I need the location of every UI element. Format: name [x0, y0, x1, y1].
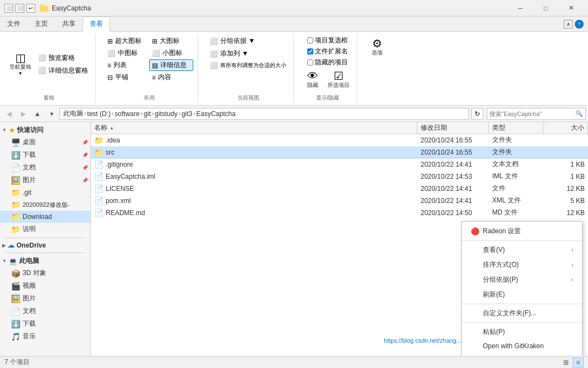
search-bar[interactable]: 🔍 — [487, 108, 586, 120]
folder-icon-src: 📁 — [94, 148, 104, 157]
sidebar-item-git[interactable]: 📁 .git — [0, 186, 90, 199]
sidebar-item-documents[interactable]: 📄 文档 📌 — [0, 161, 90, 174]
sidebar-download-label: Download — [23, 213, 52, 221]
download-folder-icon: 📁 — [11, 212, 20, 221]
col-header-size[interactable]: 大小 — [544, 122, 588, 134]
sidebar-item-3d[interactable]: 📦 3D 对象 — [0, 267, 90, 279]
ribbon-btn-small[interactable]: ⬜小图标 — [149, 47, 193, 59]
ribbon-btn-details-pane[interactable]: ⬜ 详细信息窗格 — [35, 65, 91, 76]
close-button[interactable]: ✕ — [558, 0, 584, 17]
file-size-gitignore: 1 KB — [544, 161, 588, 168]
ribbon-btn-large[interactable]: ⊞大图标 — [149, 35, 193, 47]
help-button[interactable]: ? — [575, 20, 584, 29]
sidebar-item-pc-pictures[interactable]: 🖼️ 图片 — [0, 292, 90, 305]
col-header-date[interactable]: 修改日期 — [417, 122, 489, 134]
pc-pictures-icon: 🖼️ — [11, 294, 20, 303]
file-row-pomxml[interactable]: 📄 pom.xml 2020/10/22 14:41 XML 文件 5 KB — [91, 195, 588, 207]
col-header-type[interactable]: 类型 — [489, 122, 544, 134]
expand-icon: ▼ — [2, 128, 7, 133]
sidebar-item-music[interactable]: 🎵 音乐 — [0, 330, 90, 343]
ribbon-btn-hide[interactable]: 👁 隐藏 — [303, 69, 323, 91]
file-date-pomxml: 2020/10/22 14:41 — [417, 197, 489, 205]
recent-locations-button[interactable]: ▾ — [45, 107, 58, 120]
ctx-item-paste[interactable]: 粘贴(P) — [462, 325, 582, 339]
ribbon-collapse-btn[interactable]: ∧ — [564, 20, 573, 29]
file-date-src: 2020/10/24 16:55 — [417, 149, 489, 156]
maximize-button[interactable]: □ — [533, 0, 558, 17]
ribbon-group-layout: ⊞超大图标 ⊞大图标 ⬜中图标 ⬜小图标 ≡列表 ▤详细信息 ⊟平铺 ≡内容 布… — [102, 34, 198, 103]
ribbon-btn-selected-items[interactable]: ☑ 所选项目 — [325, 69, 352, 91]
ribbon-btn-nav-pane[interactable]: ◫ 导航窗格 ▼ — [7, 51, 34, 78]
file-row-idea[interactable]: 📁 .idea 2020/10/24 16:55 文件夹 — [91, 134, 588, 146]
search-input[interactable] — [489, 111, 575, 117]
ctx-item-git-gui[interactable]: 🐱 Git GUI Here — [462, 353, 582, 356]
up-button[interactable]: ▲ — [31, 107, 44, 120]
file-name-readme: 📄 README.md — [91, 208, 417, 217]
downloads-folder-icon: ⬇️ — [11, 151, 20, 160]
sidebar-item-pictures[interactable]: 🖼️ 图片 📌 — [0, 174, 90, 186]
tab-home[interactable]: 主页 — [28, 17, 55, 31]
grid-view-toggle[interactable]: ⊞ — [560, 358, 571, 367]
address-bar[interactable]: 此电脑 › test (D:) › software › git › gitst… — [59, 108, 469, 120]
ribbon-btn-tile[interactable]: ⊟平铺 — [105, 72, 149, 83]
file-date-license: 2020/10/22 14:41 — [417, 185, 489, 193]
sidebar-section-this-pc[interactable]: ▼ 💻 此电脑 — [0, 255, 90, 267]
ribbon-btn-medium[interactable]: ⬜中图标 — [105, 47, 149, 59]
ctx-item-view[interactable]: 查看(V) › — [462, 243, 582, 257]
sidebar-item-downloads[interactable]: ⬇️ 下载 📌 — [0, 149, 90, 161]
watermark: https://blog.csdn.net/zhang... — [384, 337, 461, 344]
file-row-license[interactable]: 📄 LICENSE 2020/10/22 14:41 文件 12 KB — [91, 183, 588, 195]
sidebar-item-video[interactable]: 🎬 视频 — [0, 279, 90, 292]
ctx-item-open-gitkraken[interactable]: Open with GitKraken — [462, 339, 582, 353]
ribbon-btn-add-column[interactable]: ⬜添加列 ▼ — [207, 48, 251, 59]
tab-share[interactable]: 共享 — [55, 17, 83, 31]
ribbon-btn-list[interactable]: ≡列表 — [105, 59, 149, 71]
minimize-button[interactable]: ─ — [508, 0, 533, 17]
ctx-item-radeon[interactable]: 🔴 Radeon 设置 — [462, 224, 582, 239]
file-row-src[interactable]: 📁 src 2020/10/24 16:55 文件夹 — [91, 146, 588, 158]
onedrive-expand-icon: ▶ — [2, 243, 6, 248]
ctx-item-customize-folder[interactable]: 自定义文件夹(F)... — [462, 306, 582, 321]
sidebar-item-pc-documents[interactable]: 📄 文档 — [0, 305, 90, 317]
ctx-item-group[interactable]: 分组依据(P) › — [462, 272, 582, 287]
sidebar-item-desktop[interactable]: 🖥️ 桌面 📌 — [0, 136, 90, 149]
sidebar-item-20200922[interactable]: 📁 20200922修改版- — [0, 199, 90, 211]
sidebar-section-quick-access[interactable]: ▼ ★ 快速访问 — [0, 124, 90, 136]
ribbon-btn-fit-columns[interactable]: ⬜将所有列调整为合适的大小 — [207, 61, 289, 70]
file-row-gitignore[interactable]: 📄 .gitignore 2020/10/22 14:41 文本文档 1 KB — [91, 158, 588, 171]
ribbon-btn-extra-large[interactable]: ⊞超大图标 — [105, 35, 149, 47]
ribbon-group-current-view-label: 当前视图 — [237, 93, 259, 102]
checkbox-item-checkbox[interactable]: 项目复选框 — [306, 35, 349, 46]
file-row-readme[interactable]: 📄 README.md 2020/10/22 14:50 MD 文件 12 KB — [91, 207, 588, 219]
file-icon-pomxml: 📄 — [94, 196, 104, 205]
ctx-item-refresh[interactable]: 刷新(E) — [462, 287, 582, 302]
checkbox-hidden-items[interactable]: 隐藏的项目 — [306, 57, 349, 68]
list-view-toggle[interactable]: ≡ — [573, 358, 584, 367]
breadcrumb: 此电脑 › test (D:) › software › git › gitst… — [63, 109, 236, 118]
sidebar-item-pc-downloads[interactable]: ⬇️ 下载 — [0, 317, 90, 330]
sidebar-item-note[interactable]: 📁 说明 — [0, 223, 90, 235]
sidebar-section-onedrive[interactable]: ▶ ☁ OneDrive — [0, 240, 90, 250]
file-name-idea: 📁 .idea — [91, 136, 417, 145]
ribbon-btn-content[interactable]: ≡内容 — [149, 72, 193, 83]
ribbon-tabs: 文件 主页 共享 查看 ∧ ? — [0, 17, 588, 32]
ribbon-btn-preview[interactable]: ⬜ 预览窗格 — [35, 52, 91, 64]
col-header-name[interactable]: 名称 ▲ — [91, 122, 417, 134]
tab-view[interactable]: 查看 — [83, 17, 110, 32]
ribbon-btn-sort-by[interactable]: ⬜分组依据 ▼ — [207, 35, 258, 47]
tab-file[interactable]: 文件 — [0, 17, 28, 31]
ribbon-btn-details[interactable]: ▤详细信息 — [149, 59, 193, 71]
file-type-readme: MD 文件 — [489, 208, 544, 217]
refresh-button[interactable]: ↻ — [471, 108, 483, 120]
group-arrow: › — [571, 277, 573, 283]
3d-folder-icon: 📦 — [11, 269, 20, 278]
ribbon-btn-options[interactable]: ⚙ 选项 — [366, 35, 388, 59]
checkbox-file-extensions[interactable]: 文件扩展名 — [306, 46, 349, 57]
quick-access-label: 快速访问 — [17, 125, 43, 135]
video-folder-icon: 🎬 — [11, 282, 20, 290]
system-icon: ⬜ — [4, 4, 13, 13]
ribbon-current-view-buttons: ⬜分组依据 ▼ ⬜添加列 ▼ ⬜将所有列调整为合适的大小 — [207, 35, 289, 93]
ctx-item-sort[interactable]: 排序方式(O) › — [462, 257, 582, 272]
sidebar-item-download-folder[interactable]: 📁 Download — [0, 211, 90, 223]
file-row-iml[interactable]: 📄 EasyCaptcha.iml 2020/10/22 14:53 IML 文… — [91, 171, 588, 183]
